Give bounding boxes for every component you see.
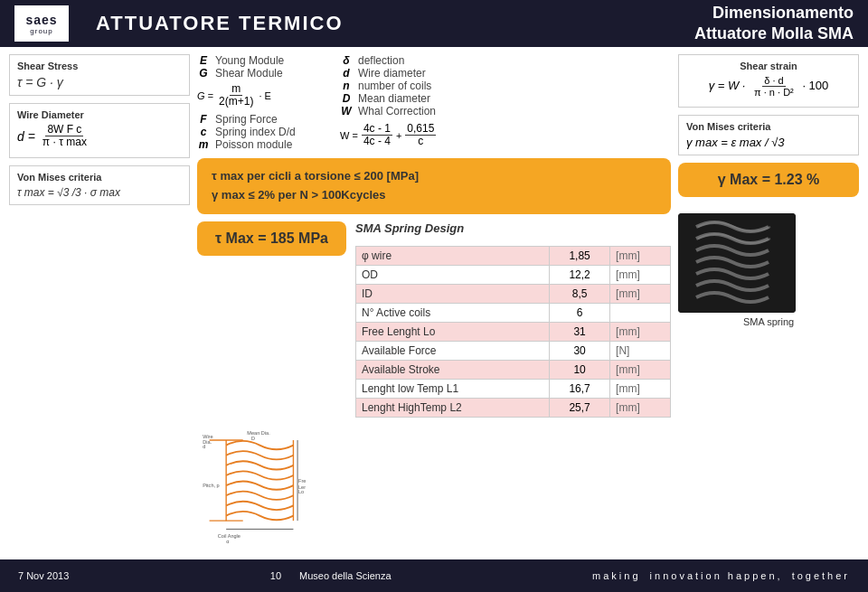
table-cell-label: ID: [355, 284, 549, 303]
e-key: E: [197, 54, 210, 67]
m-var-row: m Poisson module: [197, 138, 324, 151]
gamma-eq: γ = W ·: [709, 79, 746, 92]
D-row: D Mean diameter: [340, 92, 485, 105]
sma-spring-svg: [678, 213, 796, 313]
svg-text:Lo: Lo: [298, 489, 304, 494]
whal-plus: +: [396, 130, 401, 141]
bottom-row: τ Max = 185 MPa SMA Spring Design φ wire…: [197, 221, 671, 418]
table-cell-label: Lenght HighTemp L2: [355, 398, 549, 417]
svg-text:D: D: [251, 436, 255, 441]
table-row: OD12,2[mm]: [355, 265, 670, 284]
spring-diagram: Wire Dia. d Mean Dia. D Free Length Lo P…: [197, 428, 306, 546]
table-cell-unit: [mm]: [610, 246, 671, 265]
g-eq: G =: [197, 90, 213, 101]
svg-text:d: d: [203, 444, 205, 449]
whal-den1: 4c - 4: [362, 136, 392, 147]
e-val: Young Module: [215, 54, 284, 67]
whal-formula-row: W = 4c - 1 4c - 4 + 0,615 c: [340, 123, 485, 147]
gamma-max-box: γ Max = 1.23 %: [678, 163, 859, 197]
shear-frac: δ · d π · n · D²: [752, 75, 796, 98]
table-cell-value: 31: [550, 322, 610, 341]
logo-saes: saes: [25, 13, 57, 27]
main-content: Shear Stress τ = G · γ Wire Diameter d =…: [0, 47, 868, 559]
g-val: Shear Module: [215, 67, 283, 80]
table-cell-label: φ wire: [355, 246, 549, 265]
table-cell-label: N° Active coils: [355, 303, 549, 322]
m-val: Poisson module: [215, 138, 292, 151]
table-row: ID8,5[mm]: [355, 284, 670, 303]
shear-stress-title: Shear Stress: [17, 61, 182, 71]
g-times-e: · E: [259, 90, 270, 101]
table-cell-unit: [N]: [610, 341, 671, 360]
tau-line1: τ max per cicli a torsione ≤ 200 [MPa]: [212, 167, 656, 186]
f-key: F: [197, 113, 210, 126]
wire-diameter-title: Wire Diameter: [17, 109, 182, 120]
g-frac-num: m: [230, 83, 242, 96]
tagline-suffix: together: [792, 570, 850, 581]
W-val: Whal Correction: [358, 105, 436, 117]
n-val: number of coils: [358, 80, 431, 92]
sma-title: SMA Spring Design: [355, 221, 671, 235]
W-key: W: [340, 105, 353, 117]
eg-section: E Young Module G Shear Module G = m 2(m+…: [197, 54, 324, 151]
table-cell-value: 1,85: [550, 246, 610, 265]
logo-group: group: [30, 27, 52, 35]
footer-date: 7 Nov 2013: [18, 570, 69, 581]
svg-text:Pitch, p: Pitch, p: [203, 483, 220, 488]
footer-tagline: making innovation happen, together: [592, 570, 850, 581]
table-cell-value: 6: [550, 303, 610, 322]
sma-table: φ wire1,85[mm]OD12,2[mm]ID8,5[mm]N° Acti…: [355, 246, 671, 418]
whal-num2: 0,615: [405, 123, 436, 136]
table-row: φ wire1,85[mm]: [355, 246, 670, 265]
dim-title-line2: Attuatore Molla SMA: [694, 23, 854, 44]
svg-text:Coil Angle: Coil Angle: [218, 533, 241, 539]
table-cell-label: Available Force: [355, 341, 549, 360]
von-mises-right-title: Von Mises criteria: [686, 121, 851, 132]
table-cell-label: Free Lenght Lo: [355, 322, 549, 341]
f-val: Spring Force: [215, 113, 278, 126]
von-mises-right-section: Von Mises criteria γ max = ε max / √3: [678, 115, 859, 155]
delta-val: deflection: [358, 54, 404, 67]
left-column: Shear Stress τ = G · γ Wire Diameter d =…: [9, 54, 190, 552]
table-cell-unit: [mm]: [610, 398, 671, 417]
D-key: D: [340, 92, 353, 105]
g-frac-den: 2(m+1): [217, 96, 255, 108]
table-cell-value: 10: [550, 360, 610, 379]
shear-strain-formula: γ = W · δ · d π · n · D² · 100: [686, 75, 851, 98]
table-row: N° Active coils6: [355, 303, 670, 322]
shear-stress-section: Shear Stress τ = G · γ: [9, 54, 190, 96]
g-key: G: [197, 67, 210, 80]
formulas-row: E Young Module G Shear Module G = m 2(m+…: [197, 54, 671, 151]
middle-column: E Young Module G Shear Module G = m 2(m+…: [197, 54, 671, 552]
table-cell-value: 25,7: [550, 398, 610, 417]
delta-row: δ deflection: [340, 54, 485, 67]
fcm-vars: F Spring Force c Spring index D/d m Pois…: [197, 113, 324, 151]
tagline-prefix: making: [592, 570, 640, 581]
whal-num1: 4c - 1: [362, 123, 392, 136]
table-row: Lenght low Temp L116,7[mm]: [355, 379, 670, 398]
g-frac: m 2(m+1): [217, 83, 255, 108]
logo-area: saes group ATTUATORE TERMICO: [14, 5, 344, 42]
c-var-row: c Spring index D/d: [197, 126, 324, 138]
delta-section: δ deflection d Wire diameter n number of…: [340, 54, 485, 147]
whal-frac2: 0,615 c: [405, 123, 436, 147]
D-val: Mean diameter: [358, 92, 430, 105]
wire-diameter-section: Wire Diameter d = 8W F c π · τ max: [9, 103, 190, 158]
table-cell-unit: [mm]: [610, 379, 671, 398]
table-cell-unit: [610, 303, 671, 322]
wire-frac-den: π · τ max: [41, 136, 89, 148]
diagram-area: Wire Dia. d Mean Dia. D Free Length Lo P…: [197, 428, 671, 546]
table-cell-label: Lenght low Temp L1: [355, 379, 549, 398]
shear-stress-formula: τ = G · γ: [17, 75, 182, 89]
footer-page: 10: [270, 570, 281, 581]
wire-diameter-formula: d = 8W F c π · τ max: [17, 124, 182, 148]
right-column: Shear strain γ = W · δ · d π · n · D² · …: [678, 54, 859, 552]
tagline-middle: innovation happen,: [650, 570, 783, 581]
table-cell-value: 16,7: [550, 379, 610, 398]
d-symbol: d =: [17, 129, 35, 144]
n-key: n: [340, 80, 353, 92]
m-key: m: [197, 138, 210, 151]
c-val: Spring index D/d: [215, 126, 296, 138]
n-row: n number of coils: [340, 80, 485, 92]
sma-spring-container: SMA spring: [678, 213, 859, 327]
